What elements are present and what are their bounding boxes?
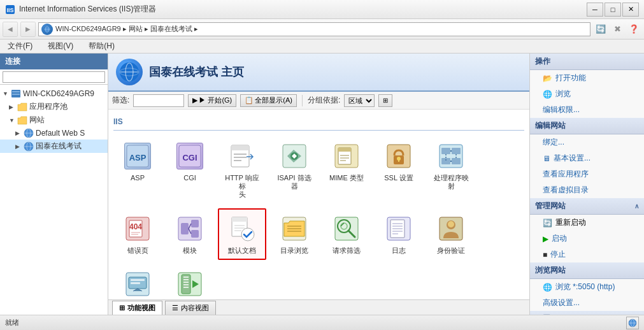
sidebar-item-sites[interactable]: ▼ 网站 [0,113,108,127]
status-icon-1[interactable] [626,317,639,329]
address-bar: WIN-CKD6249AGR9 ▸ 网站 ▸ 国泰在线考试 ▸ [38,22,590,36]
toolbar-right: 🔄 ✖ ❓ [593,22,641,37]
filter-input[interactable] [133,94,184,107]
action-open-feature[interactable]: 📂 打开功能 [530,70,644,86]
group-select[interactable]: 区域 [344,94,375,107]
default-doc-label: 默认文档 [228,247,256,255]
ssl-label: SSL 设置 [384,174,413,182]
action-view-vdirs[interactable]: 查看虚拟目录 [530,182,644,198]
http-icon-svg [229,143,255,169]
action-browse[interactable]: 🌐 浏览 [530,86,644,102]
menu-view[interactable]: 视图(V) [45,39,76,53]
footer-tabs: ⊞ 功能视图 ☰ 内容视图 [108,299,529,315]
refresh-button[interactable]: 🔄 [593,22,608,37]
tab-feature-view[interactable]: ⊞ 功能视图 [112,301,162,315]
basic-settings-icon: 🖥 [543,154,550,163]
content-view-label: 内容视图 [181,303,209,313]
view-icon-button[interactable]: ⊞ [378,94,392,107]
manage-site-collapse[interactable]: ∧ [634,203,639,210]
action-basic-settings[interactable]: 🖥 基本设置... [530,150,644,166]
icon-item-compress[interactable]: 压缩 [166,264,214,299]
icon-item-mime[interactable]: MIME 类型 [322,136,371,204]
log-icon-img [383,213,414,244]
stop-button[interactable]: ✖ [610,22,625,37]
icon-item-output[interactable]: 输出缓存 [113,264,162,299]
icon-item-asp[interactable]: ASP ASP [113,136,162,204]
icons-container: IIS ASP ASP [108,110,529,299]
tab-content-view[interactable]: ☰ 内容视图 [165,301,216,315]
icon-item-ssl[interactable]: SSL 设置 [375,136,423,204]
help-button[interactable]: ❓ [626,22,641,37]
icon-item-isapi[interactable]: ISAPI 筛选器 [270,136,318,204]
icon-item-log[interactable]: 日志 [375,208,423,260]
svg-rect-7 [12,94,20,95]
icon-item-http[interactable]: HTTP 响应标头 [218,136,266,204]
advanced-settings-label: 高级设置... [543,298,580,308]
icon-item-req-filter[interactable]: 请求筛选 [322,208,371,260]
handler-icon-svg [438,143,464,169]
icons-grid-iis: ASP ASP CGI [113,136,524,299]
action-start[interactable]: ▶ 启动 [530,231,644,247]
folder-apppool-icon [17,103,27,111]
error-icon-svg: 404 [124,215,151,242]
window-title: Internet Information Services (IIS)管理器 [19,4,583,15]
svg-rect-83 [131,279,145,281]
error-icon-img: 404 [122,213,153,244]
icon-item-auth[interactable]: 身份验证 [427,208,475,260]
sidebar-item-default-web[interactable]: ▶ Default Web S [0,127,108,140]
menu-help[interactable]: 帮助(H) [86,39,117,53]
window-controls: ─ □ ✕ [587,3,639,17]
svg-rect-52 [181,223,189,234]
http-label: HTTP 响应标头 [222,174,262,199]
manage-site-title: 管理网站 [535,201,566,212]
svg-rect-23 [231,145,249,150]
icon-item-module[interactable]: 模块 [166,208,214,260]
icon-item-error[interactable]: 404 错误页 [113,208,162,260]
forward-button[interactable]: ▶ [20,22,36,37]
config-title: 配置 [535,313,550,315]
actions-header: 操作 [530,54,644,70]
svg-rect-84 [131,282,140,284]
folder-sites-icon [17,116,27,125]
action-restart[interactable]: 🔄 重新启动 [530,215,644,231]
action-stop[interactable]: ■ 停止 [530,247,644,262]
sites-label: 网站 [29,115,45,126]
svg-text:ASP: ASP [129,153,147,162]
restart-label: 重新启动 [555,217,586,228]
svg-rect-43 [452,158,461,164]
filter-showall-button[interactable]: 📋 全部显示(A) [240,94,297,107]
start-label: 启动 [552,233,567,244]
maximize-button[interactable]: □ [605,3,621,17]
content-area: 国泰在线考试 主页 筛选: ▶ ▶ 开始(G) 📋 全部显示(A) 分组依据: … [108,54,529,315]
minimize-button[interactable]: ─ [587,3,603,17]
sidebar-item-guotai[interactable]: ▶ 国泰在线考试 [0,140,108,153]
sidebar-item-server[interactable]: ▼ WIN-CKD6249AGR9 [0,87,108,100]
action-bind[interactable]: 绑定... [530,134,644,150]
icon-item-default-doc[interactable]: 默认文档 [218,208,266,260]
ssl-icon-img [383,141,414,171]
icon-item-handler[interactable]: 处理程序映射 [427,136,475,204]
guotai-label: 国泰在线考试 [36,141,82,152]
menu-file[interactable]: 文件(F) [5,39,35,53]
start-icon: ▶ [543,234,548,243]
icon-item-cgi[interactable]: CGI CGI [166,136,214,204]
req-filter-icon-img [331,213,362,244]
auth-label: 身份验证 [437,247,465,255]
back-button[interactable]: ◀ [3,22,18,37]
action-browse-5050[interactable]: 🌐 浏览 *:5050 (http) [530,279,644,295]
log-icon-svg [385,215,412,242]
module-icon-svg [176,215,203,242]
req-filter-icon-svg [333,215,360,242]
sidebar-item-apppool[interactable]: ▶ 应用程序池 [0,100,108,113]
filter-start-button[interactable]: ▶ ▶ 开始(G) [188,94,236,107]
feature-view-icon: ⊞ [119,304,125,312]
action-view-apps[interactable]: 查看应用程序 [530,166,644,182]
sidebar-search-input[interactable] [3,71,105,83]
req-filter-label: 请求筛选 [333,247,361,255]
open-feature-label: 打开功能 [555,73,586,83]
action-edit-permissions[interactable]: 编辑权限... [530,102,644,118]
isapi-icon-img [279,141,310,171]
close-button[interactable]: ✕ [622,3,639,17]
icon-item-dir-browse[interactable]: 目录浏览 [270,208,318,260]
action-advanced-settings[interactable]: 高级设置... [530,295,644,311]
